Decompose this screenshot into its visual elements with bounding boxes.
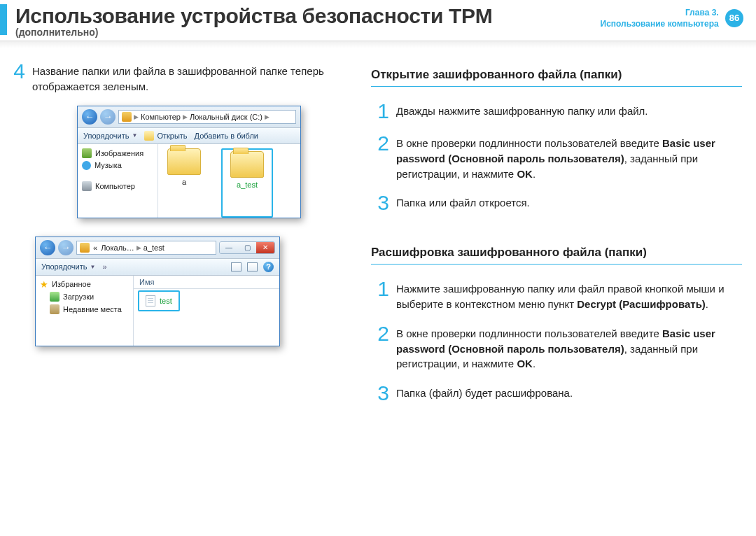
breadcrumb[interactable]: « Локаль… ▶ a_test bbox=[76, 241, 216, 255]
left-column: 4 Название папки или файла в зашифрованн… bbox=[7, 61, 350, 415]
folder-name: a bbox=[182, 178, 186, 186]
folder-icon bbox=[230, 151, 264, 178]
tree-favorites[interactable]: ★Избранное bbox=[40, 278, 129, 290]
bold-part: Decrypt (Расшифровать) bbox=[577, 298, 706, 310]
navbar: ← → « Локаль… ▶ a_test — ▢ ✕ bbox=[36, 237, 279, 259]
highlight-box: a_test bbox=[221, 148, 273, 218]
star-icon: ★ bbox=[40, 280, 48, 289]
folder-item[interactable]: a bbox=[162, 148, 206, 218]
back-button[interactable]: ← bbox=[82, 109, 97, 125]
header-shadow bbox=[0, 41, 756, 48]
organize-menu[interactable]: Упорядочить ▼ bbox=[83, 132, 137, 140]
step-number: 1 bbox=[371, 101, 389, 122]
forward-button[interactable]: → bbox=[58, 240, 74, 255]
tree-recent[interactable]: Недавние места bbox=[40, 303, 129, 316]
chevron-down-icon: ▼ bbox=[90, 264, 95, 270]
open-step-2: 2 В окне проверки подлинности пользовате… bbox=[371, 133, 742, 181]
nav-tree: ★Избранное Загрузки Недавние места bbox=[36, 276, 134, 346]
highlight-box: test bbox=[138, 290, 180, 311]
breadcrumb[interactable]: ▶ Компьютер ▶ Локальный диск (C:) ▶ bbox=[118, 110, 296, 124]
chevron-right-icon: ▶ bbox=[183, 113, 188, 120]
file-pane: a a_test bbox=[158, 144, 300, 218]
tree-label: Загрузки bbox=[63, 292, 94, 301]
tree-label: Музыка bbox=[94, 161, 122, 169]
text-part: В окне проверки подлинности пользователе… bbox=[396, 327, 662, 339]
tree-downloads[interactable]: Загрузки bbox=[40, 290, 129, 303]
step-number: 3 bbox=[371, 383, 389, 404]
tree-computer[interactable]: Компьютер bbox=[82, 180, 153, 192]
minimize-button[interactable]: — bbox=[220, 242, 238, 253]
document-icon bbox=[146, 295, 155, 306]
page-header: Использование устройства безопасности TP… bbox=[0, 0, 756, 41]
organize-menu[interactable]: Упорядочить ▼ bbox=[41, 262, 95, 271]
tree-music[interactable]: Музыка bbox=[82, 160, 153, 171]
view-list-icon[interactable] bbox=[231, 262, 241, 271]
chapter-line1: Глава 3. bbox=[685, 8, 719, 17]
chapter-line2: Использование компьютера bbox=[601, 19, 719, 29]
organize-label: Упорядочить bbox=[41, 262, 87, 271]
help-icon[interactable]: ? bbox=[263, 262, 274, 272]
breadcrumb-computer[interactable]: Компьютер bbox=[141, 113, 181, 121]
right-column: Открытие зашифрованного файла (папки) 1 … bbox=[371, 61, 742, 415]
computer-icon bbox=[122, 112, 132, 122]
close-button[interactable]: ✕ bbox=[256, 242, 274, 253]
downloads-icon bbox=[50, 292, 59, 302]
music-icon bbox=[82, 161, 91, 170]
step-number: 2 bbox=[371, 133, 389, 181]
step-number: 1 bbox=[371, 278, 389, 312]
explorer-screenshot-2: ← → « Локаль… ▶ a_test — ▢ ✕ bbox=[35, 237, 280, 346]
maximize-button[interactable]: ▢ bbox=[238, 242, 256, 253]
section-heading-open: Открытие зашифрованного файла (папки) bbox=[371, 68, 742, 87]
organize-label: Упорядочить bbox=[83, 132, 129, 140]
chevron-right-icon: ▶ bbox=[136, 244, 141, 251]
step-text: Нажмите зашифрованную папку или файл пра… bbox=[396, 278, 742, 312]
view-preview-icon[interactable] bbox=[247, 262, 258, 271]
add-to-library[interactable]: Добавить в библи bbox=[195, 132, 258, 140]
chevron-down-icon: ▼ bbox=[132, 132, 137, 139]
navbar: ← → ▶ Компьютер ▶ Локальный диск (C:) ▶ bbox=[78, 106, 300, 128]
open-step-1: 1 Дважды нажмите зашифрованную папку или… bbox=[371, 101, 742, 122]
page-number-badge: 86 bbox=[725, 9, 743, 27]
text-part: . bbox=[533, 168, 536, 180]
section-heading-decrypt: Расшифровка зашифрованного файла (папки) bbox=[371, 246, 742, 265]
nav-tree: Изображения Музыка Компьютер bbox=[78, 144, 158, 218]
forward-button[interactable]: → bbox=[100, 109, 115, 125]
chevron-right-icon: ▶ bbox=[265, 113, 270, 120]
file-row-encrypted[interactable]: test bbox=[140, 292, 178, 309]
folder-name: a_test bbox=[237, 181, 258, 189]
tree-images[interactable]: Изображения bbox=[82, 147, 153, 160]
file-list: Имя test bbox=[134, 276, 279, 346]
bold-part: OK bbox=[517, 168, 533, 180]
tree-label: Избранное bbox=[52, 280, 91, 288]
step-number: 4 bbox=[7, 61, 25, 94]
explorer-toolbar: Упорядочить ▼ » ? bbox=[36, 259, 279, 276]
text-part: В окне проверки подлинности пользователе… bbox=[396, 137, 662, 149]
decrypt-step-1: 1 Нажмите зашифрованную папку или файл п… bbox=[371, 278, 742, 312]
open-label: Открыть bbox=[157, 132, 187, 140]
back-button[interactable]: ← bbox=[40, 240, 55, 255]
step-number: 3 bbox=[371, 192, 389, 213]
chevron-right-icon: ▶ bbox=[134, 113, 139, 120]
more-icon[interactable]: » bbox=[102, 262, 106, 271]
text-part: . bbox=[533, 358, 536, 369]
step-text: В окне проверки подлинности пользователе… bbox=[396, 133, 742, 181]
open-button[interactable]: Открыть bbox=[144, 131, 187, 141]
folder-icon bbox=[167, 148, 201, 175]
column-header-name[interactable]: Имя bbox=[134, 276, 279, 289]
breadcrumb-disk[interactable]: Локальный диск (C:) bbox=[190, 113, 262, 121]
accent-bar bbox=[0, 4, 7, 35]
pictures-icon bbox=[82, 148, 92, 158]
explorer-screenshot-1: ← → ▶ Компьютер ▶ Локальный диск (C:) ▶ bbox=[77, 106, 301, 218]
step-number: 2 bbox=[371, 323, 389, 372]
step-text: В окне проверки подлинности пользователе… bbox=[396, 323, 742, 372]
file-name: test bbox=[160, 297, 172, 305]
step-text: Папка (файл) будет расшифрована. bbox=[396, 383, 573, 404]
folder-item-encrypted[interactable]: a_test bbox=[225, 151, 269, 189]
open-step-3: 3 Папка или файл откроется. bbox=[371, 192, 742, 213]
step-text: Название папки или файла в зашифрованной… bbox=[32, 61, 350, 94]
window-controls: — ▢ ✕ bbox=[219, 241, 275, 254]
breadcrumb-atest[interactable]: a_test bbox=[144, 244, 164, 252]
folder-icon bbox=[144, 131, 154, 141]
breadcrumb-local[interactable]: Локаль… bbox=[101, 244, 134, 252]
explorer-toolbar: Упорядочить ▼ Открыть Добавить в библи bbox=[78, 128, 300, 144]
